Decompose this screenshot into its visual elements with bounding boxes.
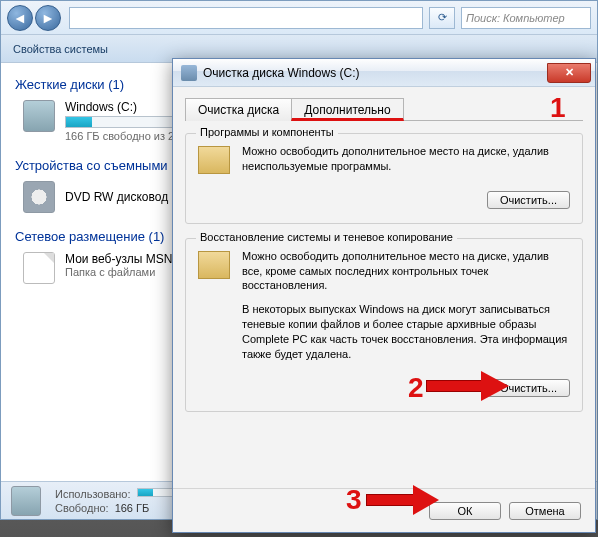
dialog-icon — [181, 65, 197, 81]
close-icon: ✕ — [565, 66, 574, 79]
disk-cleanup-dialog: Очистка диска Windows (C:) ✕ Очистка дис… — [172, 58, 596, 533]
hard-drive-icon — [23, 100, 55, 132]
free-value: 166 ГБ — [115, 502, 150, 514]
forward-button[interactable]: ► — [35, 5, 61, 31]
network-title: Мои веб-узлы MSN — [65, 252, 172, 266]
search-box[interactable]: Поиск: Компьютер — [461, 7, 591, 29]
group-legend: Восстановление системы и теневое копиров… — [196, 231, 457, 243]
clean-programs-button[interactable]: Очистить... — [487, 191, 570, 209]
network-sub: Папка с файлами — [65, 266, 172, 278]
explorer-toolbar: ◄ ► ⟳ Поиск: Компьютер — [1, 1, 597, 35]
refresh-button[interactable]: ⟳ — [429, 7, 455, 29]
folder-icon — [23, 252, 55, 284]
ok-button[interactable]: ОК — [429, 502, 501, 520]
cancel-button[interactable]: Отмена — [509, 502, 581, 520]
status-drive-icon — [11, 486, 41, 516]
clean-restore-button[interactable]: Очистить... — [487, 379, 570, 397]
dialog-title: Очистка диска Windows (C:) — [203, 66, 547, 80]
tab-label: Очистка диска — [198, 103, 279, 117]
back-button[interactable]: ◄ — [7, 5, 33, 31]
group-text-2: В некоторых выпусках Windows на диск мог… — [242, 302, 570, 361]
programs-icon — [198, 146, 230, 174]
restore-icon — [198, 251, 230, 279]
group-text-1: Можно освободить дополнительное место на… — [242, 249, 570, 294]
system-properties-link[interactable]: Свойства системы — [13, 43, 108, 55]
search-placeholder: Поиск: Компьютер — [466, 12, 565, 24]
close-button[interactable]: ✕ — [547, 63, 591, 83]
group-programs: Программы и компоненты Можно освободить … — [185, 133, 583, 224]
group-restore: Восстановление системы и теневое копиров… — [185, 238, 583, 412]
address-bar[interactable] — [69, 7, 423, 29]
free-label: Свободно: — [55, 502, 109, 514]
tab-disk-cleanup[interactable]: Очистка диска — [185, 98, 292, 121]
dvd-drive-icon — [23, 181, 55, 213]
tab-more-options[interactable]: Дополнительно — [291, 98, 403, 121]
tab-strip: Очистка диска Дополнительно — [185, 97, 583, 121]
group-legend: Программы и компоненты — [196, 126, 338, 138]
dialog-footer: ОК Отмена — [173, 488, 595, 532]
used-label: Использовано: — [55, 488, 131, 500]
group-text: Можно освободить дополнительное место на… — [242, 144, 570, 174]
tab-label: Дополнительно — [304, 103, 390, 117]
dialog-body: Очистка диска Дополнительно Программы и … — [173, 87, 595, 436]
dialog-titlebar[interactable]: Очистка диска Windows (C:) ✕ — [173, 59, 595, 87]
